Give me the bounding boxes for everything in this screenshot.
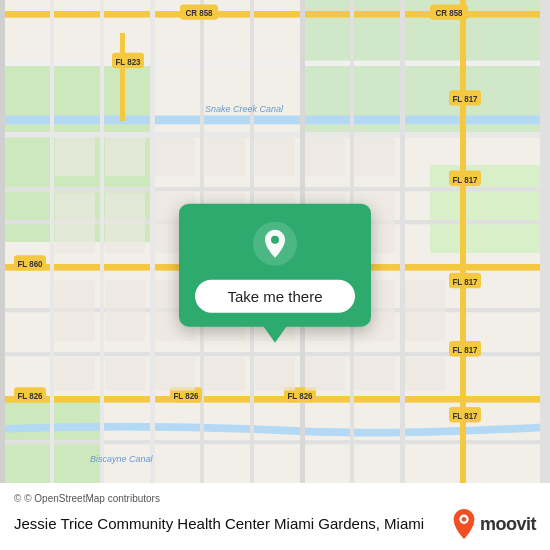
- svg-rect-10: [0, 187, 550, 191]
- map-container: CR 858 CR 858 FL 823 FL 817 FL 817 FL 81…: [0, 0, 550, 550]
- svg-rect-84: [355, 358, 395, 391]
- svg-text:FL 817: FL 817: [452, 345, 477, 355]
- svg-rect-70: [55, 281, 95, 342]
- svg-rect-18: [50, 0, 54, 550]
- bottom-bar: © © OpenStreetMap contributors Jessie Tr…: [0, 483, 550, 550]
- svg-rect-66: [55, 138, 95, 177]
- svg-rect-62: [355, 138, 395, 177]
- location-row: Jessie Trice Community Health Center Mia…: [14, 508, 536, 540]
- svg-rect-60: [255, 138, 295, 177]
- svg-rect-26: [400, 0, 405, 550]
- svg-rect-79: [105, 358, 145, 391]
- svg-rect-6: [0, 61, 550, 67]
- svg-text:Biscayne Canal: Biscayne Canal: [90, 453, 153, 465]
- svg-point-87: [271, 236, 279, 244]
- take-me-there-button[interactable]: Take me there: [195, 280, 355, 313]
- svg-text:FL 826: FL 826: [287, 391, 312, 401]
- svg-rect-56: [155, 138, 195, 177]
- svg-rect-2: [430, 165, 550, 253]
- svg-rect-83: [305, 358, 345, 391]
- svg-rect-71: [105, 281, 145, 342]
- svg-rect-4: [0, 116, 550, 125]
- svg-text:CR 858: CR 858: [435, 8, 462, 18]
- svg-rect-82: [255, 358, 295, 391]
- svg-rect-7: [120, 33, 125, 121]
- svg-text:FL 817: FL 817: [452, 94, 477, 104]
- copyright-symbol: ©: [14, 493, 24, 504]
- svg-text:FL 826: FL 826: [17, 391, 42, 401]
- svg-text:FL 823: FL 823: [115, 57, 140, 67]
- svg-text:Snake Creek Canal: Snake Creek Canal: [205, 103, 284, 115]
- svg-rect-68: [105, 138, 145, 177]
- svg-rect-15: [0, 440, 550, 444]
- svg-rect-77: [405, 281, 445, 342]
- svg-text:FL 860: FL 860: [17, 259, 42, 269]
- location-pin-icon: [253, 222, 297, 266]
- popup-card: Take me there: [179, 204, 371, 327]
- location-name: Jessie Trice Community Health Center Mia…: [14, 514, 440, 534]
- svg-rect-67: [55, 193, 95, 254]
- svg-rect-17: [0, 0, 5, 550]
- svg-rect-19: [100, 0, 104, 550]
- svg-rect-8: [0, 132, 550, 138]
- map-attribution: © © OpenStreetMap contributors: [14, 493, 536, 504]
- svg-rect-81: [205, 358, 245, 391]
- svg-text:FL 817: FL 817: [452, 411, 477, 421]
- moovit-pin-icon: [450, 508, 478, 540]
- svg-rect-57: [205, 138, 245, 177]
- svg-rect-78: [55, 358, 95, 391]
- svg-rect-14: [0, 396, 550, 403]
- moovit-text: moovit: [480, 514, 536, 535]
- attribution-text: © OpenStreetMap contributors: [24, 493, 160, 504]
- moovit-logo: moovit: [450, 508, 536, 540]
- svg-rect-20: [150, 0, 155, 550]
- svg-rect-27: [540, 0, 550, 550]
- svg-rect-85: [405, 358, 445, 391]
- svg-text:FL 817: FL 817: [452, 277, 477, 287]
- svg-point-89: [462, 517, 467, 522]
- svg-rect-69: [105, 193, 145, 254]
- svg-text:FL 826: FL 826: [173, 391, 198, 401]
- svg-text:FL 817: FL 817: [452, 174, 477, 184]
- svg-rect-61: [305, 138, 345, 177]
- svg-rect-80: [155, 358, 195, 391]
- svg-text:CR 858: CR 858: [185, 8, 212, 18]
